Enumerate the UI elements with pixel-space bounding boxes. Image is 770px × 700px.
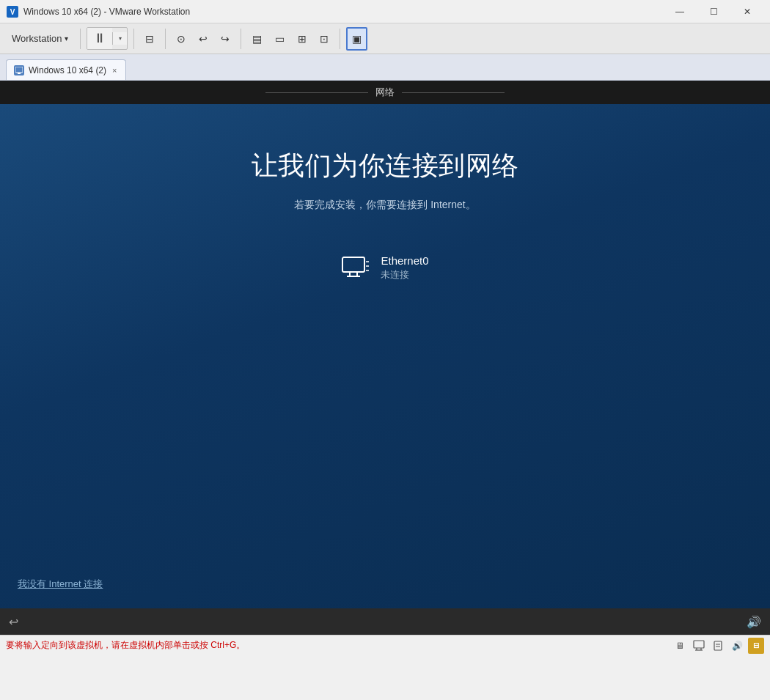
vm-subtitle: 若要完成安装，你需要连接到 Internet。 — [294, 199, 475, 212]
header-line-right — [402, 92, 505, 93]
minimize-button[interactable]: — — [663, 0, 697, 23]
svg-text:V: V — [10, 8, 15, 16]
library-button[interactable]: ▤ — [247, 27, 267, 51]
workstation-label: Workstation — [12, 33, 62, 44]
power-button-group: ⏸ ▾ — [87, 27, 128, 50]
console-button[interactable]: ▭ — [270, 27, 290, 51]
snapshot-take-button[interactable]: ⊙ — [172, 27, 191, 51]
status-bar: 要将输入定向到该虚拟机，请在虚拟机内部单击或按 Ctrl+G。 🖥 🔊 ⊟ — [0, 635, 770, 655]
status-text: 要将输入定向到该虚拟机，请在虚拟机内部单击或按 Ctrl+G。 — [6, 639, 672, 652]
vm-bottom-bar: ↩ 🔊 — [0, 608, 770, 635]
vm-main-title: 让我们为你连接到网络 — [252, 148, 519, 184]
separator-1 — [80, 29, 81, 49]
app-icon: V — [6, 5, 19, 18]
tab-close-button[interactable]: × — [111, 66, 118, 75]
separator-2 — [133, 29, 134, 49]
separator-4 — [241, 29, 241, 49]
fullscreen-icon: ▣ — [352, 33, 362, 45]
separator-5 — [340, 29, 340, 49]
vm-audio-icon[interactable]: 🔊 — [747, 615, 761, 629]
maximize-button[interactable]: ☐ — [697, 0, 730, 23]
status-display-icon[interactable]: 🖥 — [672, 638, 688, 654]
console-icon: ▭ — [275, 33, 285, 45]
no-internet-link[interactable]: 我没有 Internet 连接 — [18, 578, 103, 591]
title-bar: V Windows 10 x64 (2) - VMware Workstatio… — [0, 0, 770, 23]
snapshot-revert-icon: ↩ — [199, 33, 208, 45]
vm-viewport-header: 网络 — [0, 81, 770, 104]
tabs-button[interactable]: ⊞ — [293, 27, 312, 51]
pause-icon: ⏸ — [93, 31, 106, 46]
fullscreen-button[interactable]: ▣ — [346, 27, 367, 51]
power-dropdown-arrow-icon: ▾ — [119, 35, 122, 42]
svg-rect-4 — [342, 257, 364, 272]
separator-3 — [165, 29, 166, 49]
status-settings-icon[interactable]: ⊟ — [748, 638, 764, 654]
snapshot-manager-button[interactable]: ↪ — [216, 27, 235, 51]
tab-label: Windows 10 x64 (2) — [29, 65, 106, 75]
vm-screen[interactable]: 让我们为你连接到网络 若要完成安装，你需要连接到 Internet。 Ether… — [0, 104, 770, 608]
svg-rect-15 — [714, 641, 722, 650]
stretch-button[interactable]: ⊡ — [315, 27, 334, 51]
library-icon: ▤ — [252, 33, 262, 45]
vmnetwork-button[interactable]: ⊟ — [140, 27, 159, 51]
svg-rect-3 — [18, 73, 21, 74]
svg-rect-11 — [694, 641, 704, 648]
ethernet-icon — [341, 256, 370, 279]
tab-bar: Windows 10 x64 (2) × — [0, 54, 770, 81]
power-dropdown-button[interactable]: ▾ — [112, 32, 127, 45]
window-title: Windows 10 x64 (2) - VMware Workstation — [23, 7, 663, 17]
svg-rect-2 — [15, 67, 23, 73]
status-network-icon[interactable] — [691, 638, 707, 654]
status-usb-icon[interactable] — [710, 638, 726, 654]
tab-vm-icon — [14, 65, 24, 75]
workstation-dropdown-arrow: ▾ — [65, 34, 68, 43]
snapshot-take-icon: ⊙ — [177, 33, 186, 45]
snapshot-revert-button[interactable]: ↩ — [194, 27, 213, 51]
close-button[interactable]: ✕ — [730, 0, 764, 23]
vm-tab[interactable]: Windows 10 x64 (2) × — [6, 59, 126, 80]
status-audio-icon[interactable]: 🔊 — [729, 638, 745, 654]
network-icon: ⊟ — [145, 33, 154, 45]
network-name: Ethernet0 — [381, 254, 428, 267]
network-status: 未连接 — [381, 268, 428, 281]
status-icons: 🖥 🔊 ⊟ — [672, 638, 764, 654]
power-button[interactable]: ⏸ — [87, 28, 112, 49]
network-adapter-item[interactable]: Ethernet0 未连接 — [329, 248, 440, 287]
network-info: Ethernet0 未连接 — [381, 254, 428, 281]
stretch-icon: ⊡ — [320, 33, 329, 45]
tabs-icon: ⊞ — [298, 33, 307, 45]
vm-header-label: 网络 — [375, 86, 395, 99]
toolbar: Workstation ▾ ⏸ ▾ ⊟ ⊙ ↩ ↪ ▤ ▭ ⊞ ⊡ ▣ — [0, 23, 770, 54]
header-line-left — [265, 92, 368, 93]
vm-back-icon[interactable]: ↩ — [9, 615, 18, 629]
window-controls: — ☐ ✕ — [663, 0, 764, 23]
workstation-menu-button[interactable]: Workstation ▾ — [6, 30, 74, 47]
snapshot-manager-icon: ↪ — [221, 33, 230, 45]
